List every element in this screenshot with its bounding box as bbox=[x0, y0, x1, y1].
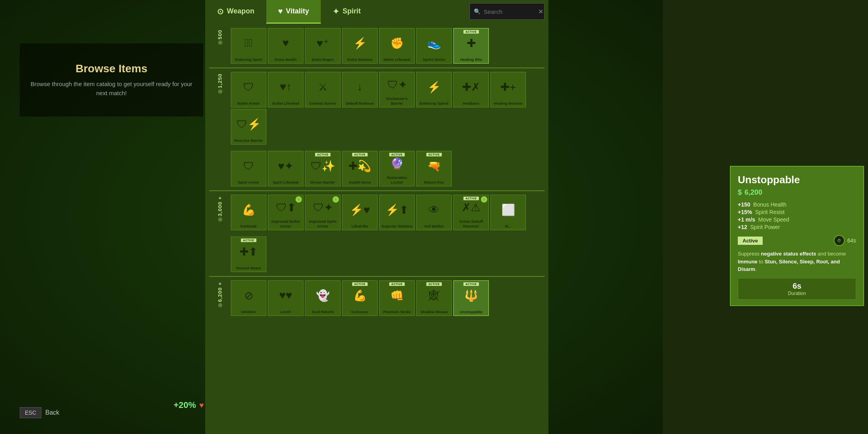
items-row-500: ♡⃟ Enduring Spirit ♥ Extra Health ♥⁺ Ext… bbox=[231, 26, 489, 66]
health-icon: ♥ bbox=[199, 401, 204, 410]
colossus-name: Colossus bbox=[352, 310, 369, 314]
inhibitor-name: Inhibitor bbox=[241, 310, 256, 314]
item-combat-barrier[interactable]: ⚔ Combat Barrier bbox=[305, 72, 340, 107]
debuff-remover-upgrade-icon: ↑ bbox=[481, 196, 487, 203]
item-restorative-locket[interactable]: ACTIVE 🔮 Restorative Locket bbox=[379, 151, 415, 186]
tooltip-stat-spirit-resist: +15% Spirit Resist bbox=[738, 209, 856, 215]
tab-spirit[interactable]: ✦ Spirit bbox=[321, 0, 372, 24]
improved-bullet-armor-icon: 🛡⬆ bbox=[276, 197, 296, 218]
item-phantom-strike[interactable]: ACTIVE 👊 Phantom Strike bbox=[379, 280, 415, 316]
price-icon-3000: ◎ bbox=[218, 216, 222, 222]
healing-rite-active-badge: ACTIVE bbox=[464, 30, 479, 34]
divine-barrier-name: Divine Barrier bbox=[311, 180, 335, 184]
soul-rebirth-name: Soul Rebirth bbox=[312, 310, 334, 314]
item-enduring-speed[interactable]: ⚡ Enduring Speed bbox=[416, 72, 452, 107]
item-fortitude[interactable]: 💪 Fortitude bbox=[231, 195, 266, 230]
lifestrike-icon: ⚡♥ bbox=[350, 197, 370, 223]
item-superior-stamina[interactable]: ⚡⬆ Superior Stamina bbox=[379, 195, 415, 230]
item-rescue-beam[interactable]: ACTIVE ✚⬆ Rescue Beam bbox=[231, 237, 266, 272]
item-extra-stamina[interactable]: ⚡ Extra Stamina bbox=[342, 28, 378, 64]
item-debuff-reducer[interactable]: ↓ Debuff Reducer bbox=[342, 72, 378, 107]
healbane-name: Healbane bbox=[463, 101, 479, 105]
tooltip-price-icon: $ bbox=[738, 188, 742, 196]
item-sprint-boots[interactable]: 👟 Sprint Boots bbox=[416, 28, 452, 64]
item-lifestrike[interactable]: ⚡♥ Lifestrike bbox=[342, 195, 378, 230]
mystery-icon: ⬜ bbox=[501, 197, 515, 223]
rescue-beam-active-badge: ACTIVE bbox=[241, 239, 256, 242]
item-leech[interactable]: ♥♥ Leech bbox=[268, 280, 303, 316]
panel-description: Browse through the item catalog to get y… bbox=[28, 80, 195, 98]
tooltip-panel: Unstoppable $ 6,200 +150 Bonus Health +1… bbox=[730, 166, 864, 306]
item-mystery[interactable]: ⬜ M... bbox=[490, 195, 526, 230]
stat-pct-value: +20% bbox=[174, 400, 196, 410]
melee-lifesteal-name: Melee Lifesteal bbox=[383, 57, 410, 62]
item-inhibitor[interactable]: ⊘ Inhibitor bbox=[231, 280, 266, 316]
tab-weapon-label: Weapon bbox=[227, 7, 254, 15]
price-label-500: 500 ◎ bbox=[209, 26, 231, 45]
reactive-barrier-icon: 🛡⚡ bbox=[236, 111, 261, 137]
item-divine-barrier[interactable]: ACTIVE 🛡✨ Divine Barrier bbox=[305, 151, 340, 186]
item-spirit-armor[interactable]: 🛡 Spirit Armor bbox=[231, 151, 266, 186]
browse-panel: Browse Items Browse through the item cat… bbox=[20, 43, 203, 116]
esc-button[interactable]: ESC bbox=[20, 407, 41, 418]
search-bar[interactable]: 🔍 ✕ bbox=[470, 3, 544, 20]
bullet-lifesteal-icon: ♥↑ bbox=[280, 74, 292, 100]
item-bullet-lifesteal[interactable]: ♥↑ Bullet Lifesteal bbox=[268, 72, 303, 107]
item-shadow-weave[interactable]: ACTIVE 🕸 Shadow Weave bbox=[416, 280, 452, 316]
search-clear-icon[interactable]: ✕ bbox=[538, 8, 543, 15]
extra-health-icon: ♥ bbox=[282, 30, 289, 56]
item-healing-rite[interactable]: ACTIVE ✚ Healing Rite bbox=[453, 28, 489, 64]
item-health-nova[interactable]: ACTIVE ✚💫 Health Nova bbox=[342, 151, 378, 186]
search-input[interactable] bbox=[484, 8, 535, 15]
price-row-3000: 3,000 + ◎ 💪 Fortitude ↑ 🛡⬆ Improved Bull… bbox=[209, 192, 544, 274]
esc-back-row: ESC Back bbox=[20, 407, 59, 418]
bullet-armor-icon: 🛡 bbox=[243, 74, 254, 100]
item-veil-walker[interactable]: 👁 Veil Walker bbox=[416, 195, 452, 230]
item-enchanters-barrier[interactable]: 🛡✦ Enchanter's Barrier bbox=[379, 72, 415, 107]
price-icon-1250: ◎ bbox=[218, 88, 222, 94]
reactive-barrier-name: Reactive Barrier bbox=[234, 138, 263, 143]
item-unstoppable[interactable]: ACTIVE 🔱 Unstoppable bbox=[453, 280, 489, 316]
item-extra-health[interactable]: ♥ Extra Health bbox=[268, 28, 303, 64]
item-improved-bullet-armor[interactable]: ↑ 🛡⬆ Improved Bullet Armor bbox=[268, 195, 303, 230]
item-melee-lifesteal[interactable]: ✊ Melee Lifesteal bbox=[379, 28, 415, 64]
item-improved-spirit-armor[interactable]: ↑ 🛡✦ Improved Spirit Armor bbox=[305, 195, 340, 230]
back-button[interactable]: Back bbox=[45, 409, 60, 416]
items-group-1250: 🛡 Bullet Armor ♥↑ Bullet Lifesteal ⚔ Com… bbox=[231, 70, 544, 189]
health-nova-name: Health Nova bbox=[349, 180, 371, 184]
colossus-active-badge: ACTIVE bbox=[352, 282, 368, 286]
item-debuff-remover[interactable]: ACTIVE ↑ ✗⚠ Active Debuff Remover bbox=[453, 195, 489, 230]
healing-booster-icon: ✚+ bbox=[500, 74, 516, 100]
item-bullet-armor[interactable]: 🛡 Bullet Armor bbox=[231, 72, 266, 107]
item-colossus[interactable]: ACTIVE 💪 Colossus bbox=[342, 280, 378, 316]
item-reactive-barrier[interactable]: 🛡⚡ Reactive Barrier bbox=[231, 109, 266, 145]
improved-bullet-armor-upgrade-icon: ↑ bbox=[296, 196, 302, 203]
tab-vitality-label: Vitality bbox=[286, 7, 309, 15]
soul-rebirth-icon: 👻 bbox=[316, 282, 330, 309]
items-row-1250b: 🛡 Spirit Armor ♥✦ Spirit Lifesteal ACTIV… bbox=[231, 148, 544, 189]
healing-rite-name: Healing Rite bbox=[460, 57, 482, 62]
extra-regen-name: Extra Regen bbox=[312, 57, 333, 62]
fortitude-name: Fortitude bbox=[240, 224, 256, 228]
item-enduring-spirit[interactable]: ♡⃟ Enduring Spirit bbox=[231, 28, 266, 64]
health-nova-active-badge: ACTIVE bbox=[352, 153, 368, 156]
item-return-fire[interactable]: ACTIVE 🔫 Return Fire bbox=[416, 151, 452, 186]
tab-vitality[interactable]: ♥ Vitality bbox=[266, 0, 321, 24]
shadow-weave-name: Shadow Weave bbox=[421, 310, 448, 314]
unstoppable-name: Unstoppable bbox=[460, 310, 483, 314]
extra-stamina-icon: ⚡ bbox=[353, 30, 367, 56]
combat-barrier-icon: ⚔ bbox=[318, 74, 328, 100]
health-nova-icon: ✚💫 bbox=[348, 153, 371, 179]
item-soul-rebirth[interactable]: 👻 Soul Rebirth bbox=[305, 280, 340, 316]
items-grid: 500 ◎ ♡⃟ Enduring Spirit ♥ Extra Health … bbox=[205, 24, 548, 434]
divider-2 bbox=[209, 190, 544, 191]
item-spirit-lifesteal[interactable]: ♥✦ Spirit Lifesteal bbox=[268, 151, 303, 186]
item-extra-regen[interactable]: ♥⁺ Extra Regen bbox=[305, 28, 340, 64]
item-healing-booster[interactable]: ✚+ Healing Booster bbox=[490, 72, 526, 107]
tab-weapon[interactable]: ⊙ Weapon bbox=[205, 0, 266, 24]
tooltip-cooldown: ⏱ 64s bbox=[834, 235, 856, 246]
healing-rite-icon: ✚ bbox=[467, 30, 476, 56]
divine-barrier-icon: 🛡✨ bbox=[311, 153, 335, 179]
item-healbane[interactable]: ✚✗ Healbane bbox=[453, 72, 489, 107]
duration-value: 6s bbox=[793, 282, 801, 291]
